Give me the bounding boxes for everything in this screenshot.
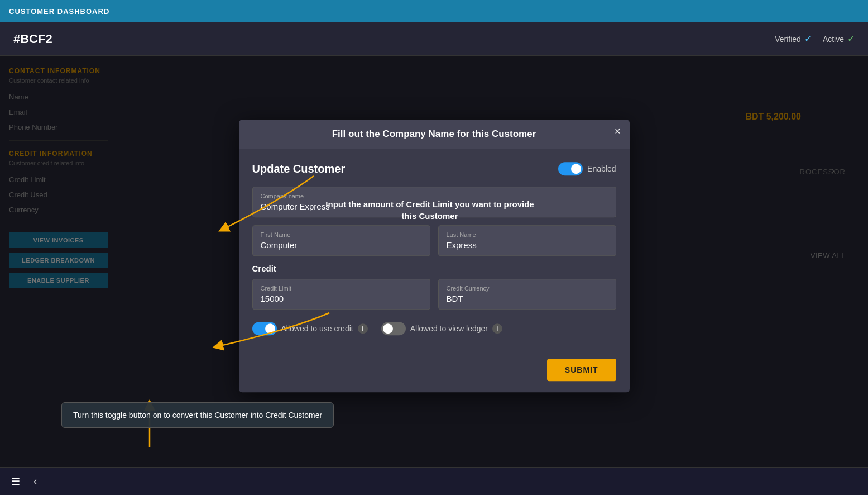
verified-icon: ✓ bbox=[804, 34, 812, 44]
customer-id: #BCF2 bbox=[13, 32, 52, 46]
company-name-label: Company name bbox=[261, 193, 608, 199]
credit-limit-field-label: Credit Limit bbox=[261, 285, 422, 292]
content-area: CONTACT INFORMATION Customer contact rel… bbox=[0, 56, 868, 467]
modal-close-button[interactable]: × bbox=[615, 126, 621, 136]
allowed-credit-info-icon[interactable]: i bbox=[358, 323, 368, 334]
bottom-bar: ☰ ‹ bbox=[0, 467, 868, 495]
modal-footer: SUBMIT bbox=[239, 353, 630, 392]
credit-currency-value: BDT bbox=[447, 294, 608, 303]
allowed-ledger-toggle-item: Allowed to view ledger i bbox=[381, 322, 502, 335]
allowed-credit-track bbox=[252, 322, 277, 335]
allowed-credit-toggle[interactable] bbox=[252, 322, 277, 335]
allowed-ledger-toggle[interactable] bbox=[381, 322, 406, 335]
credit-row: Credit Limit 15000 Credit Currency BDT bbox=[252, 279, 616, 317]
top-bar-title: CUSTOMER DASHBOARD bbox=[9, 7, 109, 16]
top-bar: CUSTOMER DASHBOARD bbox=[0, 0, 868, 22]
enabled-toggle-track bbox=[558, 162, 583, 175]
submit-button[interactable]: SUBMIT bbox=[547, 359, 616, 381]
company-name-value: Computer Express bbox=[261, 202, 608, 211]
allowed-ledger-track bbox=[381, 322, 406, 335]
credit-label: Credit bbox=[252, 264, 616, 273]
credit-limit-field[interactable]: Credit Limit 15000 bbox=[252, 279, 430, 310]
toggle-row: Allowed to use credit i Allowed to view … bbox=[252, 322, 616, 335]
modal-header: Fill out the Company Name for this Custo… bbox=[239, 120, 630, 149]
active-status: Active ✓ bbox=[823, 34, 855, 44]
header-right: Verified ✓ Active ✓ bbox=[775, 34, 855, 44]
first-name-field[interactable]: First Name Computer bbox=[252, 225, 430, 256]
modal-body: Update Customer Enabled Company name Com… bbox=[239, 149, 630, 353]
enabled-toggle-container: Enabled bbox=[558, 162, 616, 175]
hamburger-icon[interactable]: ☰ bbox=[11, 475, 20, 488]
verified-status: Verified ✓ bbox=[775, 34, 812, 44]
enabled-toggle[interactable] bbox=[558, 162, 583, 175]
first-name-value: Computer bbox=[261, 240, 422, 250]
back-icon[interactable]: ‹ bbox=[33, 475, 37, 487]
allowed-credit-toggle-item: Allowed to use credit i bbox=[252, 322, 368, 335]
last-name-value: Express bbox=[447, 240, 608, 250]
enabled-toggle-thumb bbox=[571, 164, 581, 174]
active-icon: ✓ bbox=[847, 34, 855, 44]
enabled-label: Enabled bbox=[587, 164, 616, 173]
modal: Fill out the Company Name for this Custo… bbox=[239, 120, 630, 392]
modal-top-row: Update Customer Enabled bbox=[252, 162, 616, 175]
allowed-ledger-label: Allowed to view ledger bbox=[410, 324, 488, 333]
allowed-ledger-info-icon[interactable]: i bbox=[492, 323, 502, 334]
allowed-credit-thumb bbox=[265, 323, 275, 334]
credit-currency-field[interactable]: Credit Currency BDT bbox=[438, 279, 616, 310]
last-name-field[interactable]: Last Name Express bbox=[438, 225, 616, 256]
last-name-label: Last Name bbox=[447, 231, 608, 238]
credit-limit-field-value: 15000 bbox=[261, 294, 422, 303]
modal-header-title: Fill out the Company Name for this Custo… bbox=[332, 128, 536, 139]
first-name-label: First Name bbox=[261, 231, 422, 238]
name-row: First Name Computer Last Name Express bbox=[252, 225, 616, 264]
credit-currency-label: Credit Currency bbox=[447, 285, 608, 292]
customer-header: #BCF2 Verified ✓ Active ✓ bbox=[0, 22, 868, 56]
company-name-field[interactable]: Company name Computer Express bbox=[252, 187, 616, 217]
allowed-ledger-thumb bbox=[383, 323, 393, 334]
allowed-credit-label: Allowed to use credit bbox=[281, 324, 353, 333]
modal-section-title: Update Customer bbox=[252, 163, 346, 175]
